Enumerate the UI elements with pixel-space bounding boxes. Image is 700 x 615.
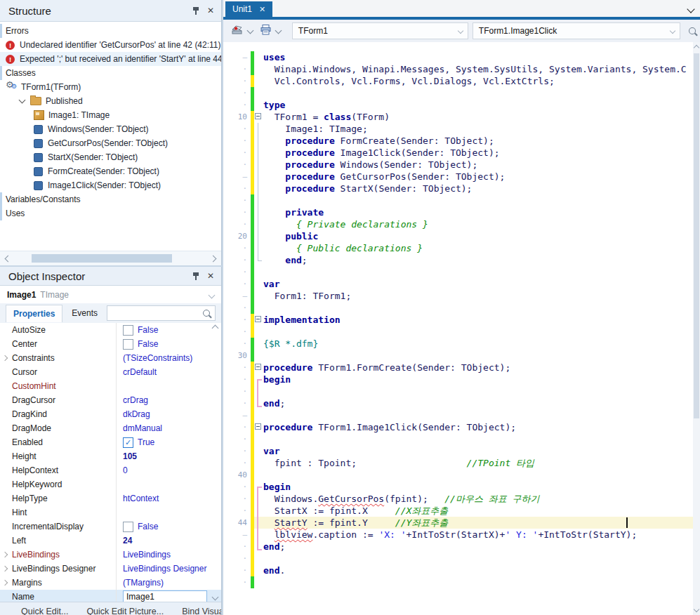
tab-events[interactable]: Events xyxy=(62,305,107,322)
code-line[interactable]: ·var xyxy=(223,278,693,290)
code-line-body[interactable] xyxy=(254,409,693,421)
code-text[interactable]: end; xyxy=(263,397,285,409)
code-line-body[interactable]: begin xyxy=(254,373,693,385)
tab-unit1[interactable]: Unit1 ✕ xyxy=(225,1,272,17)
close-tab-icon[interactable]: ✕ xyxy=(259,5,265,14)
tree-item[interactable]: Published xyxy=(0,94,221,108)
expand-chevron-icon[interactable] xyxy=(2,580,8,586)
code-text[interactable]: end; xyxy=(263,254,308,266)
gutter-line-number[interactable]: · xyxy=(223,63,251,75)
prop-value-cell[interactable]: False xyxy=(116,520,221,534)
prop-value-cell[interactable]: 0 xyxy=(116,463,221,477)
code-line[interactable]: ·var xyxy=(223,445,693,457)
code-text[interactable]: procedure TForm1.FormCreate(Sender: TObj… xyxy=(263,362,510,373)
code-line-body[interactable]: procedure TForm1.Image1Click(Sender: TOb… xyxy=(254,421,693,433)
gutter-line-number[interactable]: · xyxy=(223,505,251,517)
gutter-line-number[interactable]: 44 xyxy=(223,517,251,529)
structure-section[interactable]: Uses xyxy=(0,206,221,220)
code-line[interactable]: · xyxy=(223,266,693,278)
scroll-left-icon[interactable] xyxy=(5,256,12,263)
gutter-line-number[interactable]: · xyxy=(223,445,251,457)
code-line[interactable]: 30 xyxy=(223,350,693,362)
gutter-line-number[interactable]: 40 xyxy=(223,469,251,481)
gutter-line-number[interactable]: 20 xyxy=(223,230,251,242)
code-line[interactable]: · xyxy=(223,326,693,338)
code-text[interactable]: Winapi.Windows, Winapi.Messages, System.… xyxy=(263,63,687,75)
prop-row[interactable]: HelpTypehtContext xyxy=(0,491,221,505)
tree-item[interactable]: Image1: TImage xyxy=(0,108,221,122)
prop-value-cell[interactable]: False xyxy=(116,323,221,337)
chevron-down-icon[interactable] xyxy=(275,27,282,34)
fold-box-icon[interactable] xyxy=(254,111,263,123)
module-icon[interactable] xyxy=(230,24,244,39)
code-line-body[interactable] xyxy=(254,576,693,588)
gutter-line-number[interactable]: · xyxy=(223,493,251,505)
code-line[interactable]: ·{$R *.dfm} xyxy=(223,338,693,350)
fold-box-icon[interactable] xyxy=(254,314,263,326)
prop-row[interactable]: DragModedmManual xyxy=(0,421,221,435)
tree-item[interactable]: Image1Click(Sender: TObject) xyxy=(0,178,221,192)
code-line[interactable]: – Form1: TForm1; xyxy=(223,290,693,302)
code-line-body[interactable]: lblview.caption := 'X: '+IntToStr(StartX… xyxy=(254,529,693,541)
code-text[interactable]: end. xyxy=(263,564,285,576)
gutter-line-number[interactable]: · xyxy=(223,254,251,266)
prop-row[interactable]: HelpContext0 xyxy=(0,463,221,477)
code-line-body[interactable]: begin xyxy=(254,481,693,493)
code-line-body[interactable]: fpint : Tpoint; //TPoint 타입 xyxy=(254,457,693,469)
prop-row[interactable]: AutoSizeFalse xyxy=(0,323,221,337)
code-line-body[interactable]: type xyxy=(254,99,693,111)
prop-value-cell[interactable] xyxy=(116,505,221,520)
code-line[interactable]: · { Public declarations } xyxy=(223,242,693,254)
code-text[interactable]: {$R *.dfm} xyxy=(263,338,318,350)
gutter-line-number[interactable]: · xyxy=(223,302,251,314)
prop-row[interactable]: Hint xyxy=(0,505,221,520)
code-text[interactable]: Image1: TImage; xyxy=(263,123,368,135)
code-line[interactable]: –uses xyxy=(223,51,693,63)
gutter-line-number[interactable]: · xyxy=(223,135,251,147)
code-text[interactable]: procedure Windows(Sender: TObject); xyxy=(263,159,477,171)
code-line-body[interactable] xyxy=(254,87,693,99)
chevron-down-icon[interactable] xyxy=(247,27,254,34)
gutter-line-number[interactable]: · xyxy=(223,564,251,576)
prop-row[interactable]: CursorcrDefault xyxy=(0,365,221,379)
prop-value-cell[interactable]: crDefault xyxy=(116,365,221,379)
close-icon[interactable]: ✕ xyxy=(207,272,214,280)
code-line-body[interactable]: procedure GetCursorPos(Sender: TObject); xyxy=(254,171,693,183)
gutter-line-number[interactable]: · xyxy=(223,421,251,433)
gutter-line-number[interactable]: · xyxy=(223,314,251,326)
prop-value-cell[interactable]: dkDrag xyxy=(116,407,221,421)
prop-value-editor[interactable]: Image1 xyxy=(123,590,207,602)
code-line-body[interactable]: procedure StartX(Sender: TObject); xyxy=(254,183,693,194)
code-line[interactable]: · procedure StartX(Sender: TObject); xyxy=(223,183,693,194)
selected-object-combo[interactable]: Image1 TImage xyxy=(0,285,221,305)
error-item[interactable]: !Expected ';' but received an identifier… xyxy=(0,52,221,66)
structure-section[interactable]: Classes xyxy=(0,66,221,80)
code-line[interactable]: · Windows.GetCursorPos(fpint); //마우스 좌표 … xyxy=(223,493,693,505)
prop-value-cell[interactable]: 24 xyxy=(116,534,221,548)
code-text[interactable]: StartX := fpint.X //X좌표추출 xyxy=(263,505,448,517)
tab-properties[interactable]: Properties xyxy=(6,305,62,322)
gutter-line-number[interactable]: – xyxy=(223,409,251,421)
expand-chevron-icon[interactable] xyxy=(2,552,8,557)
prop-value-cell[interactable]: False xyxy=(116,337,221,351)
checkbox-icon[interactable] xyxy=(123,339,133,350)
gutter-line-number[interactable]: · xyxy=(223,553,251,564)
prop-value-cell[interactable]: LiveBindings xyxy=(116,548,221,562)
code-line[interactable]: ·procedure TForm1.Image1Click(Sender: TO… xyxy=(223,421,693,433)
gutter-line-number[interactable]: · xyxy=(223,385,251,397)
code-text[interactable]: { Public declarations } xyxy=(263,242,423,254)
gutter-line-number[interactable]: · xyxy=(223,123,251,135)
checkbox-icon[interactable] xyxy=(123,522,133,532)
code-text[interactable]: implementation xyxy=(263,314,341,326)
gutter-line-number[interactable]: – xyxy=(223,51,251,63)
code-line[interactable]: · end; xyxy=(223,254,693,266)
class-selector-combo[interactable]: TForm1 xyxy=(292,22,468,39)
prop-row[interactable]: Left24 xyxy=(0,534,221,548)
chevron-expanded-icon[interactable] xyxy=(19,97,26,104)
tab-list-chevron-icon[interactable] xyxy=(687,5,694,13)
code-line-body[interactable] xyxy=(254,302,693,314)
code-text[interactable]: procedure Image1Click(Sender: TObject); xyxy=(263,147,500,159)
prop-row[interactable]: IncrementalDisplayFalse xyxy=(0,520,221,534)
code-text[interactable]: procedure StartX(Sender: TObject); xyxy=(263,183,472,194)
code-line-body[interactable]: procedure Windows(Sender: TObject); xyxy=(254,159,693,171)
